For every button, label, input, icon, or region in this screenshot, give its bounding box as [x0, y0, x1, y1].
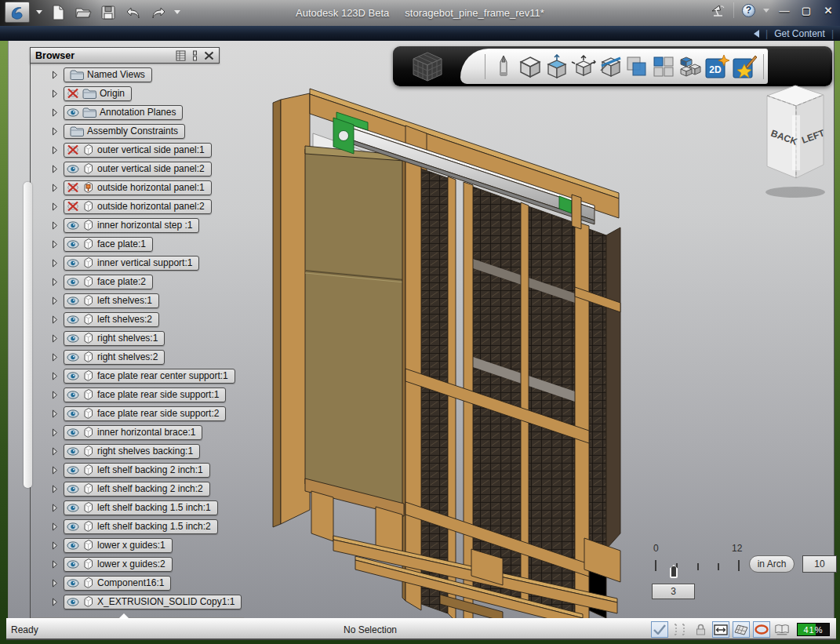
expand-arrow-icon[interactable] [52, 372, 58, 380]
expand-arrow-icon[interactable] [52, 127, 58, 136]
visibility-icon[interactable] [67, 165, 79, 173]
expand-arrow-icon[interactable] [52, 598, 58, 606]
expand-arrow-icon[interactable] [52, 202, 58, 211]
visibility-icon[interactable] [67, 541, 79, 550]
visibility-icon[interactable] [67, 522, 79, 531]
browser-item[interactable]: right shelves:1 [64, 331, 165, 346]
create-2d-tool-button[interactable]: 2D [704, 53, 729, 81]
browser-vscroll-thumb[interactable] [24, 182, 32, 488]
visibility-icon[interactable] [67, 598, 79, 606]
grid-plane-button[interactable] [733, 621, 750, 638]
assemble-tool-button[interactable] [678, 53, 702, 81]
visibility-icon[interactable] [67, 485, 79, 493]
visibility-icon[interactable] [67, 334, 79, 343]
browser-item[interactable]: inner vertical support:1 [64, 256, 199, 271]
visibility-icon[interactable] [67, 108, 79, 117]
visibility-icon[interactable] [67, 391, 79, 399]
browser-item[interactable]: outside horizontal panel:2 [64, 199, 212, 214]
expand-arrow-icon[interactable] [52, 428, 58, 437]
expand-arrow-icon[interactable] [52, 409, 58, 418]
selection-filter-button[interactable] [671, 621, 689, 638]
lock-button[interactable] [692, 621, 709, 638]
browser-item[interactable]: inner horizontal step :1 [64, 218, 199, 233]
browser-options-icon[interactable] [176, 50, 186, 61]
toolbar-logo-cube-icon[interactable] [410, 51, 445, 82]
browser-pin-icon[interactable] [192, 50, 198, 61]
expand-arrow-icon[interactable] [52, 353, 58, 362]
expand-arrow-icon[interactable] [52, 259, 58, 267]
visibility-icon[interactable] [67, 428, 79, 437]
expand-arrow-icon[interactable] [52, 579, 58, 588]
sketch-tool-button[interactable] [492, 53, 516, 81]
expand-arrow-icon[interactable] [52, 504, 58, 512]
browser-item[interactable]: Component16:1 [64, 576, 171, 591]
history-caret-icon[interactable] [174, 10, 180, 14]
browser-item[interactable]: X_EXTRUSION_SOLID Copy1:1 [64, 595, 242, 609]
browser-item[interactable]: outer vertical side panel:2 [64, 162, 212, 176]
browser-item[interactable]: left shelf backing 2 inch:1 [64, 463, 210, 478]
visibility-icon[interactable] [67, 145, 79, 155]
visibility-icon[interactable] [67, 466, 79, 475]
browser-item[interactable]: Assembly Constraints [64, 124, 185, 139]
browser-item[interactable]: right shelves:2 [64, 350, 165, 365]
browser-item[interactable]: Origin [64, 86, 132, 101]
expand-arrow-icon[interactable] [52, 184, 58, 192]
viewport[interactable]: 2D BACK LEFT 0 12 3 in Arch [8, 41, 835, 618]
browser-close-icon[interactable] [204, 51, 214, 60]
browser-header[interactable]: Browser [30, 47, 220, 64]
view-cube[interactable]: BACK LEFT [750, 84, 836, 198]
grid-size-input[interactable]: 10 [802, 555, 837, 573]
snap-toggle-button[interactable] [651, 621, 668, 638]
communication-center-icon[interactable] [710, 3, 725, 17]
browser-item[interactable]: outside horizontal panel:1 [64, 180, 212, 195]
browser-item[interactable]: Annotation Planes [64, 105, 183, 120]
visibility-icon[interactable] [67, 89, 79, 98]
expand-arrow-icon[interactable] [52, 466, 58, 475]
visibility-icon[interactable] [67, 315, 79, 324]
expand-arrow-icon[interactable] [52, 108, 58, 117]
expand-arrow-icon[interactable] [52, 560, 58, 569]
visibility-icon[interactable] [67, 504, 79, 512]
expand-arrow-icon[interactable] [52, 315, 58, 324]
browser-item[interactable]: inner horizontal brace:1 [64, 425, 202, 440]
expand-arrow-icon[interactable] [52, 146, 58, 155]
close-button[interactable]: ✕ [821, 5, 835, 16]
app-menu-button[interactable] [5, 2, 30, 23]
primitive-box-tool-button[interactable] [518, 53, 543, 81]
collapse-left-icon[interactable] [754, 30, 759, 38]
visibility-icon[interactable] [67, 447, 79, 456]
expand-arrow-icon[interactable] [52, 485, 58, 493]
expand-arrow-icon[interactable] [52, 391, 58, 399]
browser-item[interactable]: face plate rear side support:2 [64, 406, 226, 421]
visibility-icon[interactable] [67, 221, 79, 230]
expand-arrow-icon[interactable] [52, 297, 58, 305]
undo-icon[interactable] [124, 3, 143, 22]
expand-arrow-icon[interactable] [52, 165, 58, 173]
visibility-icon[interactable] [67, 409, 79, 418]
extrude-tool-button[interactable] [544, 53, 569, 81]
open-file-icon[interactable] [74, 3, 93, 22]
visibility-icon[interactable] [67, 560, 79, 569]
visibility-icon[interactable] [67, 202, 79, 211]
help-button[interactable]: ? [742, 4, 755, 17]
browser-item[interactable]: left shelf backing 1.5 inch:2 [64, 519, 218, 534]
browser-item[interactable]: outer vertical side panel:1 [64, 143, 212, 158]
expand-arrow-icon[interactable] [52, 522, 58, 531]
browser-item[interactable]: left shelf backing 1.5 inch:1 [64, 500, 218, 515]
expand-arrow-icon[interactable] [52, 541, 58, 550]
move-tool-button[interactable] [571, 53, 596, 81]
visibility-icon[interactable] [67, 297, 79, 305]
browser-item[interactable]: lower x guides:2 [64, 557, 173, 572]
units-button[interactable]: in Arch [749, 555, 795, 573]
help-caret-icon[interactable] [763, 9, 769, 13]
orbit-button[interactable] [753, 621, 770, 638]
browser-item[interactable]: Named Views [64, 67, 152, 82]
expand-arrow-icon[interactable] [52, 221, 58, 230]
split-tool-button[interactable] [598, 53, 623, 81]
visibility-icon[interactable] [67, 579, 79, 588]
browser-item[interactable]: face plate:1 [64, 237, 153, 252]
expand-arrow-icon[interactable] [52, 447, 58, 456]
materials-book-button[interactable] [773, 621, 791, 638]
expand-arrow-icon[interactable] [52, 240, 58, 249]
browser-item[interactable]: face plate:2 [64, 275, 153, 289]
